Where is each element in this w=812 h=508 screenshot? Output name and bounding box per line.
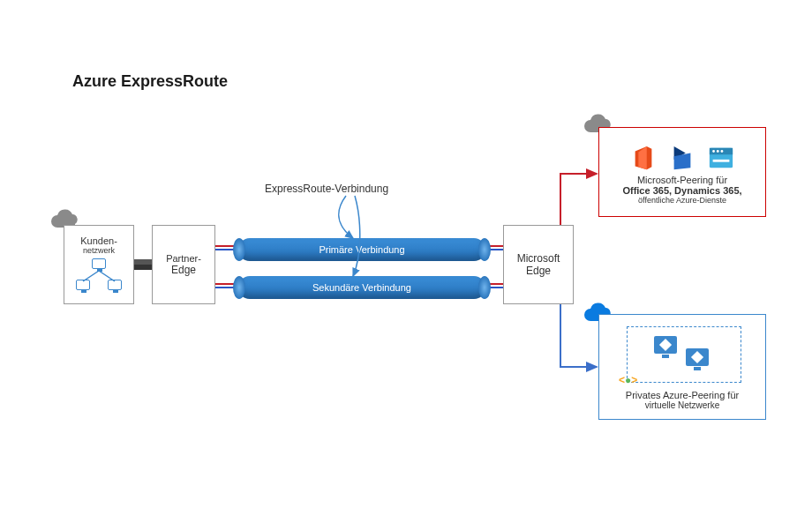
vnet-icon xyxy=(627,326,741,383)
microsoft-peering-box: Microsoft-Peering für Office 365, Dynami… xyxy=(598,127,766,217)
partner-label1: Partner- xyxy=(166,253,201,264)
ms-peering-line1: Microsoft-Peering für xyxy=(637,175,727,185)
secondary-connection-pipe: Sekundäre Verbindung xyxy=(238,276,485,299)
diagram-title: Azure ExpressRoute xyxy=(72,72,228,91)
customer-label2: netzwerk xyxy=(83,246,115,255)
svg-point-6 xyxy=(717,150,719,153)
customer-label1: Kunden- xyxy=(80,235,117,246)
ms-peering-line3: öffentliche Azure-Dienste xyxy=(638,196,726,205)
private-peering-line2: virtuelle Netzwerke xyxy=(645,400,719,410)
web-icon xyxy=(708,145,734,171)
msedge-label1: Microsoft xyxy=(517,252,560,265)
private-peering-line1: Privates Azure-Peering für xyxy=(626,390,739,400)
svg-line-1 xyxy=(99,271,115,281)
svg-point-5 xyxy=(712,150,715,153)
microsoft-edge-box: Microsoft Edge xyxy=(503,225,574,304)
svg-line-0 xyxy=(83,271,99,281)
expressroute-caption: ExpressRoute-Verbindung xyxy=(265,183,388,195)
office-icon xyxy=(630,145,657,171)
svg-rect-4 xyxy=(713,160,730,162)
dynamics-icon xyxy=(669,145,695,171)
peering-arrows-icon: <●> xyxy=(619,374,637,386)
ms-peering-line2: Office 365, Dynamics 365, xyxy=(622,185,741,196)
primary-connection-pipe: Primäre Verbindung xyxy=(238,238,485,261)
customer-network-box: Kunden- netzwerk xyxy=(64,225,134,304)
partner-edge-box: Partner- Edge xyxy=(152,225,215,304)
svg-point-7 xyxy=(721,150,724,153)
secondary-connection-label: Sekundäre Verbindung xyxy=(238,276,485,299)
partner-label2: Edge xyxy=(171,264,196,276)
network-topology-icon xyxy=(74,258,124,294)
primary-connection-label: Primäre Verbindung xyxy=(238,238,485,261)
msedge-label2: Edge xyxy=(526,265,551,277)
